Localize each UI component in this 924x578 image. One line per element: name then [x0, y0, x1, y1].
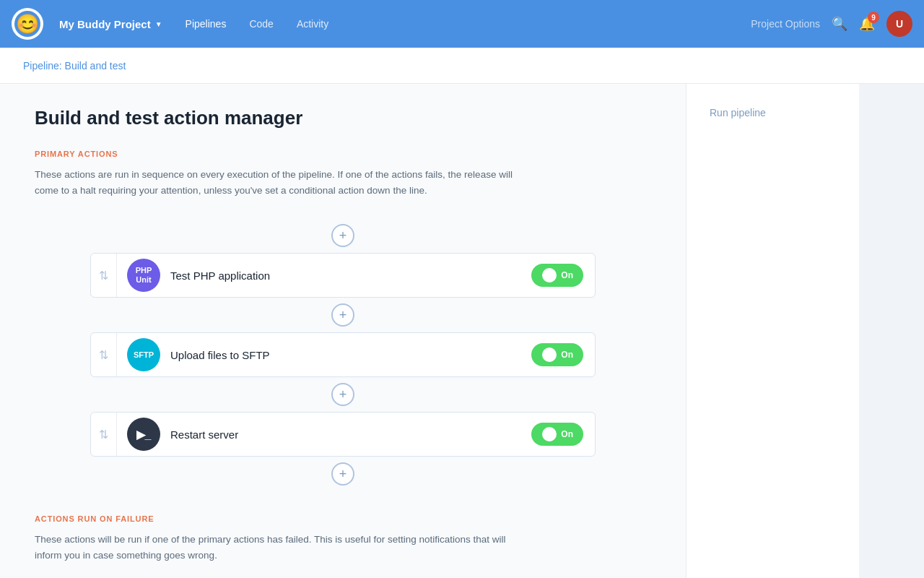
notifications-button[interactable]: 🔔 9 — [859, 16, 875, 32]
toggle-label: On — [561, 350, 573, 360]
project-name-nav[interactable]: My Buddy Project ▼ — [52, 12, 170, 36]
notification-badge: 9 — [868, 12, 879, 23]
header-right: Project Options 🔍 🔔 9 U — [751, 11, 912, 37]
main-area: Pipeline: Build and test Build and test … — [0, 48, 924, 578]
page-wrapper: Pipeline: Build and test Build and test … — [0, 48, 924, 578]
project-chevron-icon: ▼ — [155, 20, 162, 28]
breadcrumb[interactable]: Pipeline: Build and test — [23, 60, 126, 72]
nav-pipelines[interactable]: Pipelines — [175, 12, 237, 35]
nav-activity[interactable]: Activity — [287, 12, 339, 35]
page-title: Build and test action manager — [35, 107, 651, 129]
breadcrumb-bar: Pipeline: Build and test — [0, 48, 924, 84]
app-logo — [12, 8, 43, 40]
action-name: Upload files to SFTP — [170, 349, 531, 361]
content-main: Build and test action manager PRIMARY AC… — [0, 84, 686, 578]
search-button[interactable]: 🔍 — [832, 16, 847, 32]
toggle-label: On — [561, 429, 573, 439]
toggle-circle — [542, 268, 557, 282]
action-toggle-1[interactable]: On — [531, 343, 583, 366]
action-name: Restart server — [170, 428, 531, 441]
action-row: ⇅ SFTP Upload files to SFTP On — [90, 332, 596, 377]
failure-actions-label: ACTIONS RUN ON FAILURE — [35, 514, 651, 523]
nav-code[interactable]: Code — [239, 12, 283, 35]
toggle-circle — [542, 427, 557, 441]
action-toggle-2[interactable]: On — [531, 423, 583, 446]
main-nav: Pipelines Code Activity — [175, 12, 339, 35]
primary-actions-description: These actions are run in sequence on eve… — [35, 167, 526, 198]
toggle-circle — [542, 348, 557, 362]
action-row: ⇅ PHPUnit Test PHP application On — [90, 253, 596, 298]
toggle-label: On — [561, 270, 573, 280]
content-body: Build and test action manager PRIMARY AC… — [0, 84, 924, 578]
action-row: ⇅ ▶_ Restart server On — [90, 412, 596, 457]
action-icon-sftp: SFTP — [127, 338, 160, 371]
action-toggle-0[interactable]: On — [531, 264, 583, 287]
run-pipeline-button[interactable]: Run pipeline — [701, 101, 845, 124]
add-action-button-2[interactable]: + — [331, 383, 354, 406]
add-action-button-0[interactable]: + — [331, 224, 354, 247]
sidebar-right: Run pipeline — [686, 84, 859, 578]
main-header: My Buddy Project ▼ Pipelines Code Activi… — [0, 0, 924, 48]
project-name-label: My Buddy Project — [59, 18, 151, 30]
primary-actions-label: PRIMARY ACTIONS — [35, 150, 651, 158]
action-name: Test PHP application — [170, 269, 531, 282]
project-options-button[interactable]: Project Options — [751, 18, 820, 30]
reorder-handle[interactable]: ⇅ — [91, 413, 117, 456]
reorder-handle[interactable]: ⇅ — [91, 254, 117, 297]
add-action-button-3[interactable]: + — [331, 462, 354, 486]
action-icon-phpunit: PHPUnit — [127, 259, 160, 292]
user-avatar[interactable]: U — [886, 11, 912, 37]
pipeline-actions: + ⇅ PHPUnit Test PHP application On + — [35, 218, 651, 491]
failure-actions-description: These actions will be run if one of the … — [35, 532, 526, 563]
reorder-handle[interactable]: ⇅ — [91, 333, 117, 376]
action-icon-shell: ▶_ — [127, 418, 160, 451]
add-action-button-1[interactable]: + — [331, 303, 354, 327]
